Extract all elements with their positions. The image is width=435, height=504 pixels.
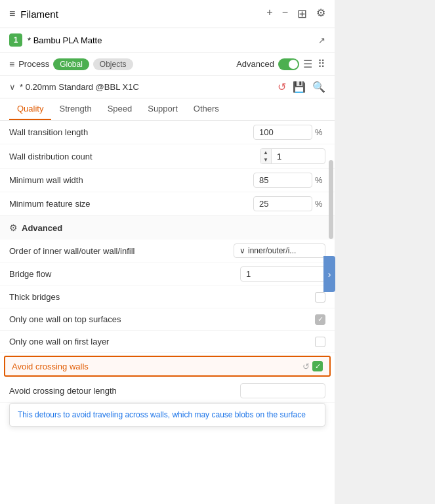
wall-distribution-count-spinner[interactable]: ▲ ▼ 1 — [260, 148, 325, 164]
tooltip-text: This detours to avoid traveling across w… — [18, 410, 306, 419]
min-wall-width-row: Minimum wall width % — [0, 169, 335, 192]
tab-speed[interactable]: Speed — [100, 98, 140, 120]
tab-quality[interactable]: Quality — [9, 98, 51, 120]
preset-name: * 0.20mm Standard @BBL X1C — [20, 82, 274, 92]
order-inner-wall-value: ∨ inner/outer/i... — [234, 243, 325, 258]
content-area: Wall transition length % Wall distributi… — [0, 121, 335, 504]
preset-arrow[interactable]: ∨ — [9, 82, 16, 92]
process-label: Process — [18, 59, 49, 69]
bridge-flow-row: Bridge flow — [0, 262, 335, 286]
filament-edit-icon[interactable]: ↗ — [318, 35, 325, 45]
add-button[interactable]: + — [266, 7, 272, 21]
min-wall-width-input[interactable] — [253, 173, 312, 188]
one-wall-top-value: ✓ — [315, 314, 325, 325]
tab-objects[interactable]: Objects — [93, 58, 133, 70]
minus-button[interactable]: − — [282, 7, 288, 21]
min-feature-size-value: % — [253, 196, 325, 211]
one-wall-first-row: Only one wall on first layer — [0, 331, 335, 353]
min-wall-width-unit: % — [315, 175, 325, 185]
preset-bar: ∨ * 0.20mm Standard @BBL X1C ↺ 💾 🔍 — [0, 76, 335, 98]
tab-support[interactable]: Support — [140, 98, 186, 120]
one-wall-first-value — [315, 337, 325, 347]
thick-bridges-checkbox[interactable] — [315, 292, 325, 303]
settings-icon[interactable]: ⚙ — [316, 7, 325, 21]
tab-global[interactable]: Global — [53, 58, 89, 70]
tab-strength[interactable]: Strength — [51, 98, 99, 120]
min-feature-size-label: Minimum feature size — [9, 199, 253, 209]
thick-bridges-label: Thick bridges — [9, 292, 315, 302]
menu-icon: ≡ — [9, 8, 15, 20]
filament-name: * Bambu PLA Matte — [28, 35, 313, 45]
wall-transition-length-row: Wall transition length % — [0, 121, 335, 144]
filament-badge: 1 — [9, 33, 22, 47]
avoid-crossing-walls-controls: ↺ ✓ — [302, 361, 323, 371]
order-inner-wall-row: Order of inner wall/outer wall/infill ∨ … — [0, 240, 335, 262]
avoid-crossing-detour-label: Avoid crossing detour length — [9, 386, 240, 396]
order-inner-wall-label: Order of inner wall/outer wall/infill — [9, 246, 234, 256]
nav-tabs: Quality Strength Speed Support Others — [0, 98, 335, 121]
list-view-icon[interactable]: ☰ — [303, 58, 312, 70]
wall-transition-length-unit: % — [315, 127, 325, 137]
avoid-crossing-walls-checkbox[interactable]: ✓ — [312, 361, 323, 371]
bridge-flow-label: Bridge flow — [9, 269, 240, 279]
thick-bridges-row: Thick bridges — [0, 286, 335, 308]
wall-transition-length-value: % — [253, 125, 325, 140]
preset-save-icon[interactable]: 💾 — [293, 81, 306, 93]
min-feature-size-input[interactable] — [253, 196, 312, 211]
title-bar-actions: + − ⊞ ⚙ — [266, 7, 325, 21]
one-wall-top-row: Only one wall on top surfaces ✓ — [0, 308, 335, 331]
tab-others[interactable]: Others — [186, 98, 227, 120]
process-icon: ≡ — [9, 59, 14, 70]
bridge-flow-input[interactable] — [240, 266, 325, 282]
advanced-section-title: Advanced — [22, 223, 62, 233]
min-wall-width-value: % — [253, 173, 325, 188]
spinner-arrows[interactable]: ▲ ▼ — [260, 149, 272, 163]
wall-transition-length-label: Wall transition length — [9, 127, 253, 137]
dropdown-arrow: ∨ — [239, 246, 245, 255]
preset-actions: ↺ 💾 🔍 — [278, 81, 325, 93]
order-inner-wall-dropdown[interactable]: ∨ inner/outer/i... — [234, 243, 325, 258]
one-wall-top-checkbox[interactable]: ✓ — [315, 314, 325, 325]
title-bar: ≡ Filament + − ⊞ ⚙ — [0, 0, 335, 28]
avoid-crossing-walls-label: Avoid crossing walls — [12, 362, 302, 371]
avoid-crossing-walls-row: Avoid crossing walls ↺ ✓ — [5, 357, 329, 375]
advanced-label: Advanced — [236, 59, 274, 69]
app-window: ≡ Filament + − ⊞ ⚙ 1 * Bambu PLA Matte ↗… — [0, 0, 335, 504]
bridge-flow-value — [240, 266, 325, 282]
avoid-crossing-detour-value — [240, 383, 325, 398]
min-wall-width-label: Minimum wall width — [9, 175, 253, 185]
wall-distribution-count-row: Wall distribution count ▲ ▼ 1 — [0, 144, 335, 169]
wall-distribution-count-value: ▲ ▼ 1 — [260, 148, 325, 164]
process-bar: ≡ Process Global Objects Advanced ☰ ⠿ — [0, 52, 335, 76]
min-feature-size-row: Minimum feature size % — [0, 192, 335, 216]
avoid-crossing-detour-input[interactable] — [240, 383, 325, 398]
grid-view-icon[interactable]: ⠿ — [318, 58, 325, 70]
app-title: Filament — [20, 9, 261, 20]
print-icon[interactable]: ⊞ — [297, 7, 307, 21]
min-feature-size-unit: % — [315, 199, 325, 209]
avoid-crossing-detour-row: Avoid crossing detour length — [0, 379, 335, 403]
one-wall-first-label: Only one wall on first layer — [9, 337, 315, 346]
avoid-crossing-reset-icon[interactable]: ↺ — [302, 362, 310, 371]
one-wall-first-checkbox[interactable] — [315, 337, 325, 347]
dropdown-value: inner/outer/i... — [248, 246, 296, 255]
spinner-up[interactable]: ▲ — [260, 149, 271, 156]
side-panel-toggle[interactable]: › — [323, 256, 335, 292]
spinner-down[interactable]: ▼ — [260, 156, 271, 163]
avoid-crossing-walls-highlighted: Avoid crossing walls ↺ ✓ — [4, 356, 331, 377]
filament-section: 1 * Bambu PLA Matte ↗ — [0, 28, 335, 52]
process-icons: ☰ ⠿ — [303, 58, 325, 70]
one-wall-top-label: Only one wall on top surfaces — [9, 314, 315, 324]
wall-transition-length-input[interactable] — [253, 125, 312, 140]
tooltip-box: This detours to avoid traveling across w… — [9, 403, 325, 427]
spinner-value: 1 — [272, 150, 325, 163]
advanced-toggle[interactable] — [278, 58, 299, 70]
preset-reset-icon[interactable]: ↺ — [278, 81, 286, 93]
preset-search-icon[interactable]: 🔍 — [312, 81, 325, 93]
advanced-section-icon: ⚙ — [9, 222, 18, 233]
wall-distribution-count-label: Wall distribution count — [9, 152, 260, 161]
scrollbar[interactable] — [329, 160, 333, 239]
advanced-section-header: ⚙ Advanced — [0, 216, 335, 240]
thick-bridges-value — [315, 292, 325, 303]
